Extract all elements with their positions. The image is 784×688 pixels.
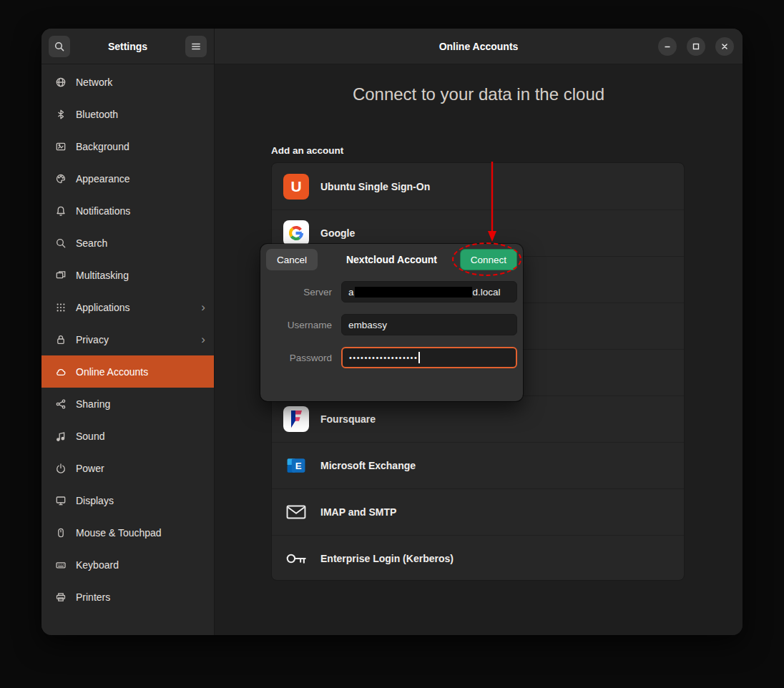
search-button[interactable] xyxy=(49,36,70,57)
sidebar-item-multitasking[interactable]: Multitasking xyxy=(41,259,214,291)
ubuntu-glyph: U xyxy=(290,178,301,195)
minimize-icon xyxy=(662,41,672,51)
sidebar-item-label: Sound xyxy=(76,431,104,442)
search-icon xyxy=(55,237,67,249)
provider-label: Microsoft Exchange xyxy=(320,460,416,471)
cancel-button[interactable]: Cancel xyxy=(266,249,318,270)
provider-row-imap-smtp[interactable]: IMAP and SMTP xyxy=(272,488,684,535)
sharing-icon xyxy=(55,398,67,410)
password-field-row: Password •••••••••••••••••• xyxy=(266,347,517,368)
google-icon xyxy=(283,220,309,246)
maximize-button[interactable] xyxy=(687,37,705,56)
provider-label: Foursquare xyxy=(320,413,376,425)
sidebar-item-label: Search xyxy=(76,237,107,249)
sound-icon xyxy=(55,431,67,442)
sidebar-item-label: Online Accounts xyxy=(76,366,148,378)
power-icon xyxy=(55,463,67,474)
sidebar-item-keyboard[interactable]: Keyboard xyxy=(41,549,214,581)
envelope-icon xyxy=(283,499,309,525)
headerbar: Online Accounts xyxy=(215,29,743,64)
sidebar-item-sharing[interactable]: Sharing xyxy=(41,388,214,420)
dialog-header: Cancel Nextcloud Account Connect xyxy=(260,244,523,275)
sidebar-item-label: Notifications xyxy=(76,205,130,217)
bluetooth-icon xyxy=(55,109,67,120)
provider-label: Ubuntu Single Sign-On xyxy=(320,181,430,192)
online-accounts-icon xyxy=(55,366,67,378)
privacy-icon xyxy=(55,334,67,345)
sidebar-item-notifications[interactable]: Notifications xyxy=(41,195,214,227)
microsoft-exchange-icon: E xyxy=(283,453,309,478)
page-title: Online Accounts xyxy=(439,41,519,52)
redaction-bar xyxy=(355,287,472,298)
notifications-icon xyxy=(55,205,67,217)
chevron-right-icon: › xyxy=(201,301,205,313)
sidebar-item-label: Multitasking xyxy=(76,270,129,281)
sidebar-item-online-accounts[interactable]: Online Accounts xyxy=(41,355,214,388)
sidebar-item-sound[interactable]: Sound xyxy=(41,420,214,452)
nextcloud-account-dialog: Cancel Nextcloud Account Connect Server … xyxy=(260,244,523,401)
printers-icon xyxy=(55,591,67,603)
sidebar-item-label: Keyboard xyxy=(76,559,119,571)
server-input[interactable]: a d.local xyxy=(341,281,517,303)
sidebar-item-label: Applications xyxy=(76,302,130,313)
sidebar-list: Network Bluetooth Background Appearance … xyxy=(41,64,214,613)
sidebar-item-mouse-touchpad[interactable]: Mouse & Touchpad xyxy=(41,516,214,549)
sidebar-item-label: Mouse & Touchpad xyxy=(76,527,162,539)
applications-icon xyxy=(55,302,67,313)
provider-row-ubuntu-sso[interactable]: U Ubuntu Single Sign-On xyxy=(272,163,684,210)
sidebar-item-label: Privacy xyxy=(76,334,109,345)
add-account-label: Add an account xyxy=(271,145,343,156)
minimize-button[interactable] xyxy=(658,37,677,56)
server-field-row: Server a d.local xyxy=(266,281,517,303)
sidebar-item-label: Power xyxy=(76,463,104,474)
sidebar-item-privacy[interactable]: Privacy › xyxy=(41,323,214,355)
provider-label: IMAP and SMTP xyxy=(320,506,396,518)
server-label: Server xyxy=(266,287,332,298)
exchange-glyph: E xyxy=(295,461,302,471)
sidebar: Settings Network Bluetooth Background xyxy=(41,29,215,635)
multitasking-icon xyxy=(55,270,67,281)
mouse-touchpad-icon xyxy=(55,527,67,539)
settings-window: Settings Network Bluetooth Background xyxy=(41,29,743,635)
sidebar-item-bluetooth[interactable]: Bluetooth xyxy=(41,98,214,130)
sidebar-item-appearance[interactable]: Appearance xyxy=(41,162,214,195)
password-input[interactable]: •••••••••••••••••• xyxy=(341,347,517,368)
window-controls xyxy=(658,37,734,56)
username-field-row: Username embassy xyxy=(266,314,517,335)
connect-button[interactable]: Connect xyxy=(460,249,517,270)
sidebar-item-printers[interactable]: Printers xyxy=(41,581,214,613)
password-label: Password xyxy=(266,353,332,363)
password-masked-value: •••••••••••••••••• xyxy=(349,353,418,362)
server-value-suffix: d.local xyxy=(473,287,501,298)
foursquare-icon xyxy=(283,406,309,432)
maximize-icon xyxy=(691,41,701,51)
sidebar-item-search[interactable]: Search xyxy=(41,227,214,259)
sidebar-header: Settings xyxy=(41,29,214,64)
sidebar-item-applications[interactable]: Applications › xyxy=(41,291,214,323)
key-icon xyxy=(283,546,309,571)
sidebar-item-label: Background xyxy=(76,141,129,152)
sidebar-item-displays[interactable]: Displays xyxy=(41,484,214,516)
username-label: Username xyxy=(266,320,332,330)
chevron-right-icon: › xyxy=(201,333,205,345)
network-icon xyxy=(55,77,67,88)
provider-row-foursquare[interactable]: Foursquare xyxy=(272,395,684,442)
provider-row-microsoft-exchange[interactable]: E Microsoft Exchange xyxy=(272,442,684,488)
menu-button[interactable] xyxy=(185,36,207,57)
close-icon xyxy=(720,41,730,51)
username-input[interactable]: embassy xyxy=(341,314,517,335)
sidebar-item-label: Bluetooth xyxy=(76,109,118,120)
sidebar-item-network[interactable]: Network xyxy=(41,66,214,98)
sidebar-item-background[interactable]: Background xyxy=(41,130,214,162)
sidebar-item-power[interactable]: Power xyxy=(41,452,214,484)
username-value: embassy xyxy=(348,320,387,330)
server-value-prefix: a xyxy=(348,287,354,298)
hamburger-icon xyxy=(190,41,202,52)
appearance-icon xyxy=(55,173,67,185)
provider-row-kerberos[interactable]: Enterprise Login (Kerberos) xyxy=(272,535,684,581)
sidebar-item-label: Sharing xyxy=(76,398,110,410)
provider-label: Enterprise Login (Kerberos) xyxy=(320,553,454,564)
keyboard-icon xyxy=(55,559,67,571)
search-icon xyxy=(54,41,65,52)
close-button[interactable] xyxy=(715,37,734,56)
